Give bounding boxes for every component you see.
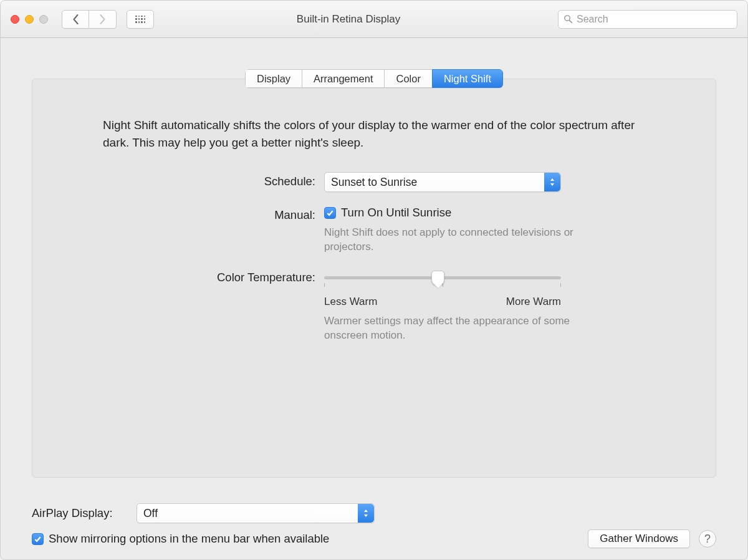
content-area: Display Arrangement Color Night Shift Ni… <box>1 38 747 559</box>
temperature-note: Warmer settings may affect the appearanc… <box>324 314 573 343</box>
grid-icon <box>135 16 145 23</box>
svg-line-1 <box>570 21 572 23</box>
window-title: Built-in Retina Display <box>164 13 533 26</box>
popup-stepper-icon <box>358 504 374 523</box>
titlebar: Built-in Retina Display <box>1 1 747 38</box>
schedule-value: Sunset to Sunrise <box>331 176 417 189</box>
check-icon <box>326 209 334 217</box>
footer-controls: AirPlay Display: Off Show mirroring opti… <box>32 503 716 548</box>
show-all-button[interactable] <box>127 10 154 29</box>
zoom-window-button <box>39 15 48 24</box>
airplay-popup[interactable]: Off <box>137 503 375 523</box>
check-icon <box>34 535 42 543</box>
intro-text: Night Shift automatically shifts the col… <box>103 117 645 151</box>
tab-color[interactable]: Color <box>384 69 431 88</box>
tab-display[interactable]: Display <box>245 69 302 88</box>
close-window-button[interactable] <box>11 15 19 24</box>
minimize-window-button[interactable] <box>25 15 34 24</box>
airplay-value: Off <box>143 507 158 520</box>
tab-night-shift[interactable]: Night Shift <box>432 69 503 88</box>
window-controls <box>11 15 48 24</box>
manual-label: Manual: <box>170 206 324 222</box>
chevron-left-icon <box>72 14 80 24</box>
manual-checkbox[interactable] <box>324 207 336 219</box>
back-button[interactable] <box>62 10 89 29</box>
night-shift-panel: Night Shift automatically shifts the col… <box>32 79 716 478</box>
popup-stepper-icon <box>544 173 560 191</box>
manual-note: Night Shift does not apply to connected … <box>324 226 573 254</box>
temperature-max-label: More Warm <box>506 296 561 308</box>
schedule-label: Schedule: <box>170 172 324 188</box>
search-icon <box>563 14 573 24</box>
manual-checkbox-label: Turn On Until Sunrise <box>341 206 451 220</box>
mirroring-label: Show mirroring options in the menu bar w… <box>49 532 329 546</box>
temperature-slider[interactable] <box>324 272 561 283</box>
tab-arrangement[interactable]: Arrangement <box>302 69 384 88</box>
temperature-slider-thumb[interactable] <box>431 271 444 286</box>
tab-bar: Display Arrangement Color Night Shift <box>32 69 716 88</box>
temperature-label: Color Temperature: <box>170 268 324 284</box>
chevron-right-icon <box>98 14 107 24</box>
gather-windows-button[interactable]: Gather Windows <box>588 529 690 548</box>
nav-back-forward <box>62 10 117 29</box>
temperature-min-label: Less Warm <box>324 296 377 308</box>
airplay-label: AirPlay Display: <box>32 506 137 520</box>
search-field[interactable] <box>558 10 737 29</box>
schedule-popup[interactable]: Sunset to Sunrise <box>324 172 561 192</box>
search-input[interactable] <box>577 14 732 25</box>
mirroring-checkbox[interactable] <box>32 533 44 545</box>
help-button[interactable]: ? <box>699 530 716 548</box>
preferences-window: Built-in Retina Display Display Arrangem… <box>0 0 748 560</box>
forward-button <box>89 10 117 29</box>
